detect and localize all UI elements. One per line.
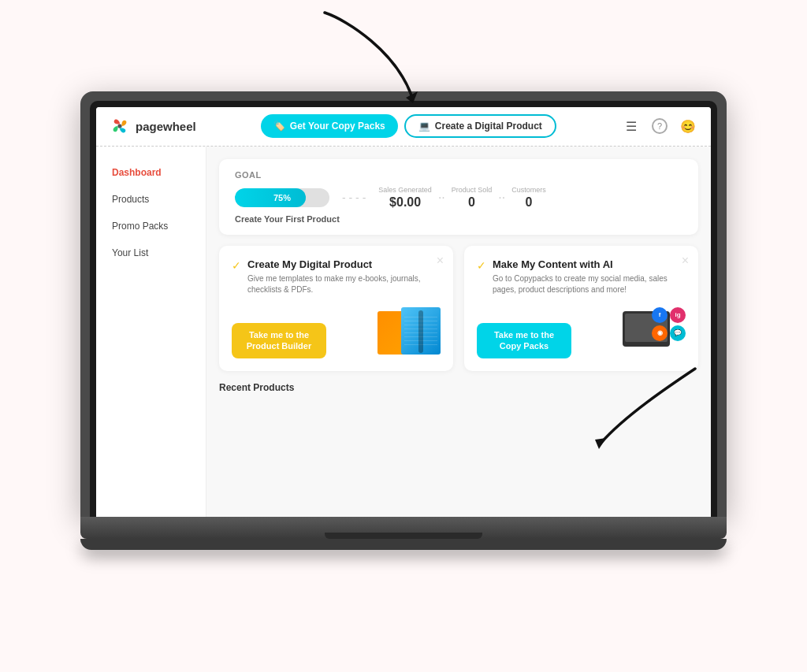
help-icon[interactable]: ? bbox=[649, 116, 670, 136]
facebook-icon: f bbox=[652, 307, 668, 323]
digital-card-title: Create My Digital Product bbox=[247, 258, 441, 270]
ai-card-footer: Take me to the Copy Packs f bbox=[477, 303, 686, 358]
digital-check-icon: ✓ bbox=[232, 259, 241, 272]
header-center: 🏷️ Get Your Copy Packs 💻 Create a Digita… bbox=[206, 114, 612, 138]
sidebar: Dashboard Products Promo Packs Your List bbox=[96, 147, 206, 517]
arrow-annotation-top bbox=[301, 5, 443, 107]
digital-card-desc: Give me templates to make my e-books, jo… bbox=[247, 273, 441, 295]
app: pagewheel 🏷️ Get Your Copy Packs 💻 Creat… bbox=[96, 107, 711, 517]
digital-card-footer: Take me to the Product Builder bbox=[232, 303, 441, 358]
ai-card-title: Make My Content with AI bbox=[493, 258, 686, 270]
stat-customers: Customers 0 bbox=[511, 186, 546, 210]
logo-icon bbox=[109, 115, 131, 137]
create-digital-icon: 💻 bbox=[418, 121, 430, 132]
digital-product-card: × ✓ Create My Digital Product Give me te… bbox=[219, 246, 453, 371]
product-builder-button[interactable]: Take me to the Product Builder bbox=[232, 323, 326, 358]
digital-card-close-icon[interactable]: × bbox=[437, 254, 444, 268]
instagram-icon: ig bbox=[670, 307, 686, 323]
stat-sales: Sales Generated $0.00 bbox=[378, 186, 432, 210]
laptop-social-image: f ig ◉ 💬 bbox=[623, 303, 686, 358]
sidebar-item-your-list[interactable]: Your List bbox=[96, 239, 206, 266]
goal-percent: 75% bbox=[273, 193, 291, 202]
notebook-image bbox=[377, 303, 441, 358]
goal-bar-row: 75% - - - - Sales Generated $0.00 bbox=[235, 186, 682, 210]
copy-packs-icon: 🏷️ bbox=[273, 121, 285, 132]
svg-marker-1 bbox=[595, 438, 606, 449]
user-avatar-icon[interactable]: 😊 bbox=[678, 116, 698, 136]
main-body: Dashboard Products Promo Packs Your List… bbox=[96, 147, 711, 517]
digital-card-header: ✓ Create My Digital Product Give me temp… bbox=[232, 258, 441, 295]
sidebar-item-promo-packs[interactable]: Promo Packs bbox=[96, 213, 206, 239]
logo-text: pagewheel bbox=[136, 120, 196, 133]
ai-check-icon: ✓ bbox=[477, 259, 486, 272]
svg-point-2 bbox=[117, 124, 121, 128]
scene: pagewheel 🏷️ Get Your Copy Packs 💻 Creat… bbox=[80, 91, 727, 550]
ai-card-header: ✓ Make My Content with AI Go to Copypack… bbox=[477, 258, 686, 295]
laptop-bottom bbox=[80, 539, 727, 550]
laptop-base bbox=[80, 517, 727, 539]
ai-card-close-icon[interactable]: × bbox=[682, 254, 689, 268]
menu-icon[interactable]: ☰ bbox=[621, 116, 642, 136]
goal-label: Goal bbox=[235, 170, 682, 180]
ai-card-desc: Go to Copypacks to create my social medi… bbox=[493, 273, 686, 295]
goal-sub-label: Create Your First Product bbox=[235, 214, 682, 224]
sidebar-item-dashboard[interactable]: Dashboard bbox=[96, 159, 206, 186]
create-digital-product-button[interactable]: 💻 Create a Digital Product bbox=[404, 114, 556, 138]
goal-progress-bar: 75% bbox=[235, 188, 329, 207]
feature-cards-row: × ✓ Create My Digital Product Give me te… bbox=[219, 246, 698, 371]
goal-stats: Sales Generated $0.00 ·· Product Sold 0 bbox=[378, 186, 545, 210]
arrow-annotation-bottom bbox=[585, 361, 711, 455]
social-icon-3: ◉ bbox=[652, 325, 668, 341]
content-area: Goal 75% - - - - bbox=[206, 147, 711, 517]
logo-area: pagewheel bbox=[109, 115, 196, 137]
header: pagewheel 🏷️ Get Your Copy Packs 💻 Creat… bbox=[96, 107, 711, 147]
social-icon-4: 💬 bbox=[670, 325, 686, 341]
sidebar-item-products[interactable]: Products bbox=[96, 186, 206, 213]
copy-packs-card-button[interactable]: Take me to the Copy Packs bbox=[477, 323, 571, 358]
screen: pagewheel 🏷️ Get Your Copy Packs 💻 Creat… bbox=[96, 107, 711, 517]
stat-products-sold: Product Sold 0 bbox=[452, 186, 493, 210]
get-copy-packs-button[interactable]: 🏷️ Get Your Copy Packs bbox=[261, 114, 398, 138]
header-right: ☰ ? 😊 bbox=[621, 116, 698, 136]
ai-content-card: × ✓ Make My Content with AI Go to Copypa… bbox=[464, 246, 698, 371]
goal-card: Goal 75% - - - - bbox=[219, 159, 698, 235]
